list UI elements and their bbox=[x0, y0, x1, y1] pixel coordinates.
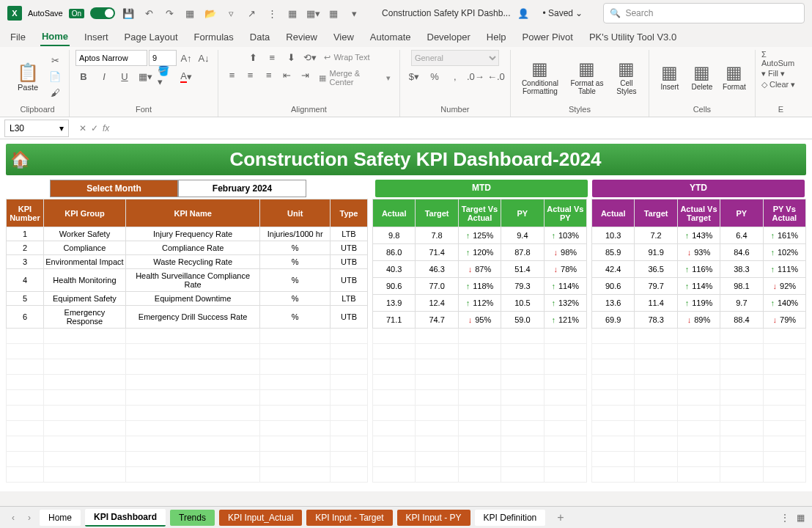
align-middle-icon[interactable]: ≡ bbox=[264, 50, 280, 65]
sheet-tab-kpi-dashboard[interactable]: KPI Dashboard bbox=[85, 509, 166, 527]
qat-more-icon[interactable]: ▾ bbox=[347, 6, 361, 21]
qat-icon-5[interactable]: ⋮ bbox=[265, 6, 279, 21]
tab-automate[interactable]: Automate bbox=[369, 29, 413, 45]
decrease-indent-icon[interactable]: ⇤ bbox=[279, 67, 295, 82]
redo-icon[interactable]: ↷ bbox=[162, 6, 177, 21]
tab-data[interactable]: Data bbox=[248, 29, 271, 45]
saved-status[interactable]: • Saved ⌄ bbox=[542, 8, 583, 18]
clear-button[interactable]: ◇ Clear ▾ bbox=[761, 80, 795, 89]
sheet-tab-input-py[interactable]: KPI Input - PY bbox=[397, 510, 470, 526]
fill-button[interactable]: ▾ Fill ▾ bbox=[761, 69, 785, 78]
orientation-icon[interactable]: ⟲▾ bbox=[302, 50, 318, 65]
qat-filter-icon[interactable]: ▿ bbox=[224, 6, 238, 21]
share-people-icon[interactable]: 👤 bbox=[516, 6, 531, 21]
cut-icon[interactable]: ✂ bbox=[47, 54, 63, 68]
table-row[interactable]: 86.0 71.4 ↑ 120% 87.8 ↓ 98% bbox=[373, 244, 587, 261]
cell-styles-button[interactable]: ▦Cell Styles bbox=[610, 54, 643, 100]
table-row[interactable]: 3 Environmental Impact Waste Recycling R… bbox=[7, 255, 368, 269]
tab-page-layout[interactable]: Page Layout bbox=[123, 29, 180, 45]
autosum-button[interactable]: Σ AutoSum bbox=[761, 50, 800, 67]
format-as-table-button[interactable]: ▦Format as Table bbox=[566, 54, 608, 100]
qat-table3-icon[interactable]: ▦ bbox=[326, 6, 341, 21]
save-icon[interactable]: 💾 bbox=[121, 6, 136, 21]
name-box[interactable]: L30▾ bbox=[4, 120, 69, 137]
table-row[interactable]: 90.6 77.0 ↑ 118% 79.3 ↑ 114% bbox=[373, 278, 587, 295]
font-color-icon[interactable]: A▾ bbox=[178, 69, 194, 84]
sheet-tab-home[interactable]: Home bbox=[40, 510, 81, 526]
sheet-menu-icon[interactable]: ⋮ bbox=[780, 513, 789, 523]
table-row[interactable]: 10.3 7.2 ↑ 143% 6.4 ↑ 161% bbox=[592, 227, 806, 244]
delete-cells-button[interactable]: ▦Delete bbox=[687, 54, 717, 100]
tab-view[interactable]: View bbox=[332, 29, 355, 45]
table-row[interactable]: 2 Compliance Compliance Rate % UTB bbox=[7, 241, 368, 255]
conditional-formatting-button[interactable]: ▦Conditional Formatting bbox=[517, 54, 564, 100]
comma-icon[interactable]: , bbox=[447, 69, 463, 84]
increase-indent-icon[interactable]: ⇥ bbox=[298, 67, 313, 82]
align-left-icon[interactable]: ≡ bbox=[224, 67, 240, 82]
table-row[interactable]: 6 Emergency Response Emergency Drill Suc… bbox=[7, 306, 368, 329]
copy-icon[interactable]: 📄 bbox=[47, 70, 63, 84]
fill-color-icon[interactable]: 🪣▾ bbox=[158, 69, 174, 84]
table-row[interactable]: 9.8 7.8 ↑ 125% 9.4 ↑ 103% bbox=[373, 227, 587, 244]
insert-cells-button[interactable]: ▦Insert bbox=[655, 54, 684, 100]
sheet-view-icon[interactable]: ▦ bbox=[797, 513, 805, 523]
table-row[interactable]: 1 Worker Safety Injury Frequency Rate In… bbox=[7, 227, 368, 241]
align-bottom-icon[interactable]: ⬇ bbox=[283, 50, 299, 65]
italic-button[interactable]: I bbox=[96, 69, 112, 84]
table-row[interactable]: 13.9 12.4 ↑ 112% 10.5 ↑ 132% bbox=[373, 295, 587, 312]
decrease-decimal-icon[interactable]: ←.0 bbox=[488, 69, 504, 84]
table-row[interactable]: 40.3 46.3 ↓ 87% 51.4 ↓ 78% bbox=[373, 261, 587, 278]
table-row[interactable]: 5 Equipment Safety Equipment Downtime % … bbox=[7, 292, 368, 306]
qat-folder-icon[interactable]: 📂 bbox=[203, 6, 218, 21]
sheet-nav-next-icon[interactable]: › bbox=[23, 513, 35, 523]
sheet-tab-input-actual[interactable]: KPI Input_Actual bbox=[219, 510, 302, 526]
tab-power-pivot[interactable]: Power Pivot bbox=[521, 29, 575, 45]
tab-review[interactable]: Review bbox=[284, 29, 319, 45]
qat-table-icon[interactable]: ▦ bbox=[285, 6, 300, 21]
formula-input[interactable] bbox=[115, 120, 812, 137]
sheet-nav-prev-icon[interactable]: ‹ bbox=[7, 513, 19, 523]
increase-font-icon[interactable]: A↑ bbox=[178, 51, 194, 65]
search-box[interactable]: 🔍 Search bbox=[603, 3, 805, 23]
underline-button[interactable]: U bbox=[117, 69, 133, 84]
tab-file[interactable]: File bbox=[9, 29, 27, 45]
cancel-formula-icon[interactable]: ✕ bbox=[79, 123, 86, 133]
align-top-icon[interactable]: ⬆ bbox=[245, 50, 261, 65]
qat-share-icon[interactable]: ↗ bbox=[244, 6, 259, 21]
tab-insert[interactable]: Insert bbox=[83, 29, 110, 45]
increase-decimal-icon[interactable]: .0→ bbox=[468, 69, 484, 84]
table-row[interactable]: 42.4 36.5 ↑ 116% 38.3 ↑ 111% bbox=[592, 261, 806, 278]
percent-icon[interactable]: % bbox=[427, 69, 443, 84]
select-month-value[interactable]: February 2024 bbox=[178, 180, 306, 197]
fx-icon[interactable]: fx bbox=[103, 123, 109, 133]
align-center-icon[interactable]: ≡ bbox=[243, 67, 258, 82]
home-icon[interactable]: 🏠 bbox=[10, 150, 29, 169]
table-row[interactable]: 71.1 74.7 ↓ 95% 59.0 ↑ 121% bbox=[373, 312, 587, 329]
merge-center-button[interactable]: ▦ Merge & Center ▾ bbox=[316, 67, 393, 88]
qat-table2-icon[interactable]: ▦▾ bbox=[306, 6, 320, 21]
sheet-tab-trends[interactable]: Trends bbox=[170, 510, 215, 526]
currency-icon[interactable]: $▾ bbox=[406, 69, 422, 84]
add-sheet-icon[interactable]: + bbox=[550, 511, 571, 524]
sheet-tab-input-target[interactable]: KPI Input - Target bbox=[306, 510, 392, 526]
undo-icon[interactable]: ↶ bbox=[141, 6, 156, 21]
paste-button[interactable]: 📋Paste bbox=[12, 54, 44, 100]
font-size-select[interactable] bbox=[149, 50, 177, 66]
table-row[interactable]: 90.6 79.7 ↑ 114% 98.1 ↓ 92% bbox=[592, 278, 806, 295]
table-row[interactable]: 85.9 91.9 ↓ 93% 84.6 ↑ 102% bbox=[592, 244, 806, 261]
wrap-text-button[interactable]: ↩ Wrap Text bbox=[321, 50, 372, 65]
decrease-font-icon[interactable]: A↓ bbox=[196, 51, 212, 65]
accept-formula-icon[interactable]: ✓ bbox=[91, 123, 98, 133]
table-row[interactable]: 69.9 78.3 ↓ 89% 88.4 ↓ 79% bbox=[592, 312, 806, 329]
bold-button[interactable]: B bbox=[75, 69, 92, 84]
tab-formulas[interactable]: Formulas bbox=[193, 29, 235, 45]
border-icon[interactable]: ▦▾ bbox=[137, 69, 153, 84]
format-painter-icon[interactable]: 🖌 bbox=[47, 86, 63, 100]
table-row[interactable]: 4 Health Monitoring Health Surveillance … bbox=[7, 269, 368, 292]
table-row[interactable]: 13.6 11.4 ↑ 119% 9.7 ↑ 140% bbox=[592, 295, 806, 312]
number-format-select[interactable]: General bbox=[411, 50, 499, 66]
tab-utility[interactable]: PK's Utility Tool V3.0 bbox=[588, 29, 678, 45]
align-right-icon[interactable]: ≡ bbox=[261, 67, 276, 82]
sheet-tab-definition[interactable]: KPI Definition bbox=[475, 510, 546, 526]
tab-help[interactable]: Help bbox=[485, 29, 508, 45]
